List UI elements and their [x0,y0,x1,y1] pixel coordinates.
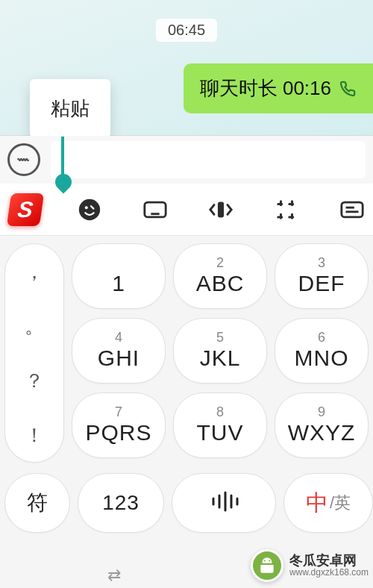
message-input[interactable] [51,141,366,178]
key-9-wxyz[interactable]: 9WXYZ [275,392,369,458]
key-4-ghi[interactable]: 4GHI [72,318,166,384]
svg-point-0 [79,198,100,219]
voice-input-toggle[interactable] [7,143,40,176]
svg-rect-13 [342,202,363,217]
cursor-move-icon[interactable] [206,195,236,225]
key-numbers[interactable]: 123 [78,473,164,533]
clipboard-icon[interactable] [337,195,367,225]
svg-rect-12 [219,203,222,216]
punct-exclaim: ！ [25,425,44,445]
lang-en-label: /英 [330,492,351,514]
grid-tools-icon[interactable] [272,195,301,225]
sogou-logo[interactable]: S [7,193,44,226]
punctuation-column-key[interactable]: ， 。 ？ ！ [4,243,64,463]
key-symbols[interactable]: 符 [4,473,70,533]
logo-letter: S [16,197,35,222]
chat-area: 06:45 聊天时长 00:16 粘贴 [0,0,373,136]
key-6-mno[interactable]: 6MNO [275,318,369,384]
voice-bars-icon [207,490,240,516]
punct-comma: ， [25,262,44,281]
keyboard-toolbar: S [0,184,373,236]
punct-question: ？ [25,371,44,390]
key-language-toggle[interactable]: 中 /英 [283,473,373,533]
punct-period: 。 [25,316,44,336]
emoji-icon[interactable] [75,195,104,225]
expand-arrow-icon: ⇄ [107,566,121,585]
call-duration-text: 聊天时长 00:16 [200,75,331,101]
outgoing-message-bubble[interactable]: 聊天时长 00:16 [184,63,373,113]
key-1[interactable]: 11 [72,243,166,309]
phone-icon [339,80,357,98]
key-3-def[interactable]: 3DEF [275,243,369,309]
keyboard-layout-icon[interactable] [140,195,170,225]
lang-zh-label: 中 [306,488,328,519]
svg-point-1 [85,206,88,209]
key-7-pqrs[interactable]: 7PQRS [72,392,166,458]
key-voice[interactable] [172,473,276,533]
input-row [0,136,373,184]
key-8-tuv[interactable]: 8TUV [173,392,267,458]
key-2-abc[interactable]: 2ABC [173,243,267,309]
keyboard: ， 。 ？ ！ 11 2ABC 3DEF 4GHI 5JKL 6MNO 7PQ [0,236,373,588]
paste-tooltip[interactable]: 粘贴 [30,79,110,138]
chat-timestamp: 06:45 [156,19,217,42]
key-5-jkl[interactable]: 5JKL [173,318,267,384]
paste-label: 粘贴 [51,97,90,119]
